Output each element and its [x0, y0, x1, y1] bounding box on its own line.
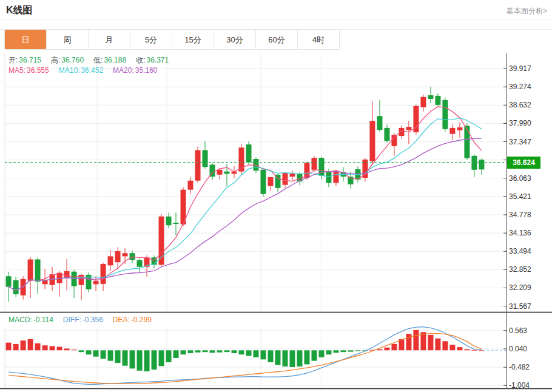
y-axis-label: 34.136: [509, 229, 531, 237]
legend-item: 开:36.715: [8, 56, 41, 64]
legend-item: DIFF:-0.356: [63, 316, 103, 324]
y-axis-label: 37.990: [509, 119, 531, 127]
macd-legend: MACD:-0.114DIFF:-0.356DEA:-0.299: [8, 316, 161, 324]
y-axis-label: 0.563: [509, 326, 527, 335]
y-axis-label: 36.063: [509, 174, 531, 183]
y-axis-label: 32.852: [509, 265, 531, 274]
ohlc-legend: 开:36.715高:36.760低:36.188收:36.371: [8, 55, 178, 66]
y-axis-label: -0.482: [509, 363, 530, 371]
legend-item: 低:36.188: [93, 56, 126, 64]
kline-page: K线图 基本面分析> 日周月5分15分30分60分4时 39.91739.274…: [0, 0, 552, 392]
y-axis-label: 34.778: [509, 211, 531, 219]
ma20-line: [8, 138, 482, 290]
legend-item: MA20:35.160: [113, 66, 157, 75]
ma-legend: MA5:36.555MA10:36.452MA20:35.160: [8, 66, 167, 75]
y-axis-label: 0.040: [509, 345, 527, 353]
y-axis-label: 38.632: [509, 101, 531, 109]
y-axis-label: 31.567: [509, 302, 531, 311]
legend-item: MA10:36.452: [59, 66, 103, 75]
y-axis-label: 32.209: [509, 283, 531, 292]
macd-y-axis: 0.5630.040-0.482-1.004: [503, 326, 530, 390]
ma10-line: [8, 118, 482, 291]
y-axis-label: 37.347: [509, 138, 531, 146]
ma-lines: [8, 107, 482, 291]
y-axis-label: 33.494: [509, 247, 531, 255]
legend-item: 收:36.371: [136, 56, 169, 64]
ma5-line: [8, 107, 482, 291]
legend-item: 高:36.760: [51, 56, 84, 64]
y-axis-label: 35.421: [509, 192, 531, 201]
y-axis-label: 39.917: [509, 64, 531, 73]
current-price-badge: 36.624: [507, 157, 540, 169]
legend-item: DEA:-0.299: [113, 316, 152, 324]
legend-item: MACD:-0.114: [8, 316, 53, 324]
y-axis-label: -1.004: [509, 381, 530, 390]
axes: [0, 53, 552, 389]
legend-item: MA5:36.555: [8, 66, 49, 75]
main-y-axis: 39.91739.27438.63237.99037.34736.06335.4…: [503, 64, 531, 311]
y-axis-label: 39.274: [509, 83, 531, 91]
